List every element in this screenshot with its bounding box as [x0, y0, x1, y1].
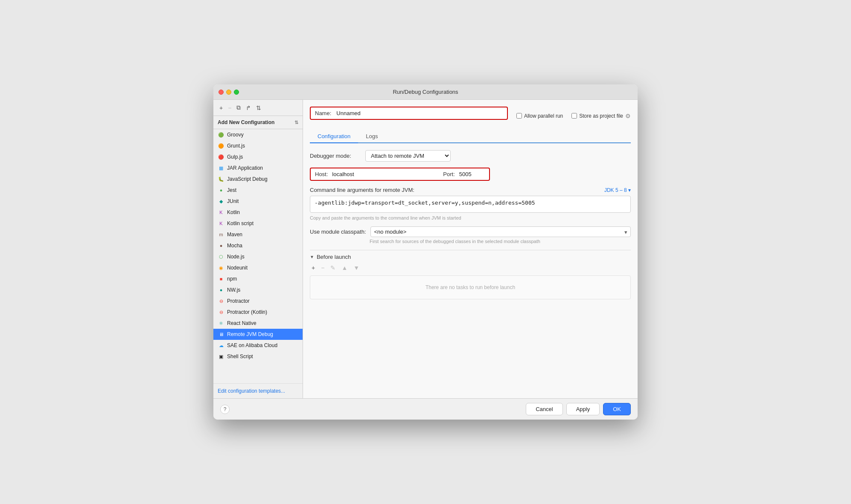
sort-config-button[interactable]: ⇅	[254, 104, 263, 112]
nwjs-icon: ●	[218, 287, 224, 293]
cmd-args-box: -agentlib:jdwp=transport=dt_socket,serve…	[310, 196, 631, 213]
list-item-nodeunit[interactable]: ◉ Nodeunit	[213, 262, 303, 273]
gruntjs-icon: 🟠	[218, 142, 224, 149]
move-config-button[interactable]: ↱	[244, 104, 253, 112]
close-button[interactable]	[219, 90, 224, 95]
react-native-label: React Native	[227, 320, 256, 326]
gulpjs-icon: 🔴	[218, 154, 224, 160]
groovy-label: Groovy	[227, 132, 244, 138]
run-debug-dialog: Run/Debug Configurations + − ⧉ ↱ ⇅ Add N…	[213, 84, 638, 420]
shell-script-label: Shell Script	[227, 353, 253, 359]
store-project-file-label[interactable]: Store as project file	[579, 113, 623, 119]
debugger-mode-label: Debugger mode:	[310, 153, 361, 159]
nodejs-icon: ⬡	[218, 253, 224, 260]
port-input[interactable]	[459, 171, 485, 177]
panel-header-label: Add New Configuration	[218, 119, 274, 125]
tabs: Configuration Logs	[310, 130, 631, 143]
protractor-label: Protractor	[227, 298, 250, 304]
list-item-react-native[interactable]: ⚛ React Native	[213, 318, 303, 329]
allow-parallel-checkbox[interactable]	[516, 113, 522, 119]
traffic-lights	[219, 90, 239, 95]
before-launch-down-button[interactable]: ▼	[352, 264, 361, 272]
port-label: Port:	[443, 171, 455, 177]
tab-configuration[interactable]: Configuration	[310, 130, 358, 143]
add-config-button[interactable]: +	[218, 104, 224, 112]
cmd-args-label: Command line arguments for remote JVM:	[310, 187, 414, 193]
before-launch-edit-button[interactable]: ✎	[329, 264, 337, 272]
list-item-remote-jvm-debug[interactable]: 🖥 Remote JVM Debug	[213, 329, 303, 340]
maximize-button[interactable]	[234, 90, 239, 95]
before-launch-header[interactable]: ▼ Before launch	[310, 254, 631, 260]
maven-label: Maven	[227, 232, 242, 238]
list-item-jsdebug[interactable]: 🐛 JavaScript Debug	[213, 174, 303, 185]
kotlin-script-label: Kotlin script	[227, 220, 254, 226]
apply-button[interactable]: Apply	[566, 403, 600, 415]
name-row: Name:	[310, 107, 508, 120]
action-buttons: Cancel Apply OK	[526, 403, 631, 415]
shell-script-icon: ▣	[218, 353, 224, 360]
module-select-wrap: <no module> ▾	[370, 226, 631, 237]
allow-parallel-label[interactable]: Allow parallel run	[524, 113, 563, 119]
groovy-icon: 🟢	[218, 131, 224, 138]
mocha-label: Mocha	[227, 243, 242, 249]
cancel-button[interactable]: Cancel	[526, 403, 562, 415]
list-item-mocha[interactable]: ● Mocha	[213, 240, 303, 251]
list-item-protractor[interactable]: ⊖ Protractor	[213, 295, 303, 307]
list-item-maven[interactable]: m Maven	[213, 229, 303, 240]
jdk-link[interactable]: JDK 5 – 8 ▾	[604, 187, 631, 193]
gear-icon[interactable]: ⚙	[625, 113, 631, 119]
right-panel: Name: Allow parallel run Store as projec…	[303, 100, 638, 398]
help-button[interactable]: ?	[220, 405, 230, 414]
edit-templates-link[interactable]: Edit configuration templates...	[213, 383, 303, 398]
host-input[interactable]	[332, 171, 439, 177]
config-list: 🟢 Groovy 🟠 Grunt.js 🔴 Gulp.js ▦ JAR Appl…	[213, 129, 303, 383]
list-item-jest[interactable]: ● Jest	[213, 185, 303, 196]
jsdebug-label: JavaScript Debug	[227, 176, 268, 182]
list-item-nodejs[interactable]: ⬡ Node.js	[213, 251, 303, 262]
minimize-button[interactable]	[226, 90, 231, 95]
list-item-gruntjs[interactable]: 🟠 Grunt.js	[213, 140, 303, 151]
before-launch-add-button[interactable]: +	[310, 264, 317, 272]
list-item-groovy[interactable]: 🟢 Groovy	[213, 129, 303, 140]
list-item-shell-script[interactable]: ▣ Shell Script	[213, 351, 303, 362]
jar-label: JAR Application	[227, 165, 263, 171]
jar-icon: ▦	[218, 165, 224, 171]
list-item-kotlin[interactable]: K Kotlin	[213, 207, 303, 218]
list-item-npm[interactable]: ■ npm	[213, 273, 303, 284]
list-item-sae-alibaba[interactable]: ☁ SAE on Alibaba Cloud	[213, 340, 303, 351]
remote-jvm-label: Remote JVM Debug	[227, 331, 273, 337]
before-launch-toolbar: + − ✎ ▲ ▼	[310, 264, 631, 272]
before-launch-up-button[interactable]: ▲	[340, 264, 349, 272]
maven-icon: m	[218, 231, 224, 238]
window-title: Run/Debug Configurations	[393, 89, 458, 95]
left-toolbar: + − ⧉ ↱ ⇅	[213, 100, 303, 116]
remote-jvm-icon: 🖥	[218, 331, 224, 338]
junit-label: JUnit	[227, 198, 239, 204]
cmd-hint: Copy and paste the arguments to the comm…	[310, 215, 631, 220]
copy-config-button[interactable]: ⧉	[235, 103, 242, 112]
list-item-kotlin-script[interactable]: K Kotlin script	[213, 218, 303, 229]
remove-config-button[interactable]: −	[226, 104, 233, 112]
debugger-mode-select[interactable]: Attach to remote JVM	[365, 150, 451, 162]
list-item-nwjs[interactable]: ● NW.js	[213, 284, 303, 295]
title-bar: Run/Debug Configurations	[213, 84, 638, 100]
before-launch-remove-button[interactable]: −	[319, 264, 326, 272]
module-hint: First search for sources of the debugged…	[370, 239, 631, 244]
module-classpath-select[interactable]: <no module>	[370, 226, 631, 237]
tab-logs[interactable]: Logs	[358, 130, 385, 143]
protractor-icon: ⊖	[218, 298, 224, 304]
name-input[interactable]	[336, 110, 503, 116]
collapse-arrow-icon: ▼	[310, 255, 314, 259]
list-item-junit[interactable]: ◆ JUnit	[213, 196, 303, 207]
store-project-file-checkbox[interactable]	[571, 113, 577, 119]
gruntjs-label: Grunt.js	[227, 143, 245, 149]
protractor-kotlin-icon: ⊖	[218, 309, 224, 316]
list-item-gulpjs[interactable]: 🔴 Gulp.js	[213, 151, 303, 162]
list-item-protractor-kotlin[interactable]: ⊖ Protractor (Kotlin)	[213, 307, 303, 318]
list-item-jar[interactable]: ▦ JAR Application	[213, 162, 303, 174]
ok-button[interactable]: OK	[603, 403, 631, 415]
npm-icon: ■	[218, 275, 224, 282]
panel-sort-icon: ⇅	[294, 120, 298, 125]
allow-parallel-run-group: Allow parallel run	[516, 113, 563, 119]
left-panel: + − ⧉ ↱ ⇅ Add New Configuration ⇅ 🟢 Groo…	[213, 100, 303, 398]
